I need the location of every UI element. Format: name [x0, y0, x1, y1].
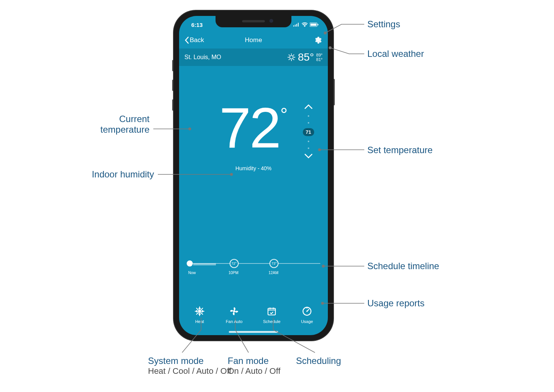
weather-high: 89° [316, 53, 323, 57]
fan-icon [228, 306, 240, 317]
svg-point-14 [306, 310, 308, 312]
svg-rect-9 [318, 24, 318, 25]
gauge-icon [301, 306, 313, 317]
svg-rect-12 [268, 308, 275, 315]
annotation-humidity: Indoor humidity [92, 169, 154, 180]
status-time: 6:13 [191, 22, 203, 28]
chevron-down-icon [304, 154, 313, 159]
weather-low: 81° [316, 57, 323, 62]
timeline-point[interactable]: 72° [230, 259, 239, 268]
schedule-button[interactable]: Schedule [263, 306, 280, 324]
calendar-icon [266, 306, 277, 317]
annotation-scheduling: Scheduling [296, 356, 341, 366]
status-icons [293, 22, 319, 27]
degree-symbol: ° [280, 104, 288, 125]
weather-location: St. Louis, MO [184, 54, 221, 61]
heat-label: Heat [195, 319, 204, 324]
back-button[interactable]: Back [184, 36, 204, 44]
svg-point-11 [233, 310, 235, 312]
annotation-local-weather: Local weather [367, 49, 424, 59]
annotation-settings: Settings [367, 19, 400, 30]
phone-frame: 6:13 Back Home St. Louis, MO 85° [174, 11, 333, 340]
nav-bar: Back Home [179, 32, 328, 49]
svg-rect-8 [310, 24, 316, 26]
gear-icon [313, 35, 323, 44]
fan-mode-button[interactable]: Fan Auto [226, 306, 242, 324]
annotation-system-mode: System mode Heat / Cool / Auto / Off [148, 356, 231, 376]
timeline-point[interactable]: 73° [269, 259, 279, 268]
app-screen: 6:13 Back Home St. Louis, MO 85° [179, 16, 328, 335]
timeline-label: 10PM [228, 271, 238, 275]
annotation-schedule-timeline: Schedule timeline [367, 261, 439, 271]
chevron-up-icon [304, 104, 313, 109]
snowflake-icon [194, 306, 205, 317]
timeline-now-marker[interactable] [187, 260, 193, 267]
set-temperature-badge[interactable]: 71 [303, 128, 314, 136]
timeline-now-label: Now [188, 271, 196, 275]
annotation-usage-reports: Usage reports [367, 298, 425, 309]
usage-button[interactable]: Usage [301, 306, 313, 324]
annotation-current-temp: Current temperature [101, 114, 150, 135]
schedule-timeline[interactable]: 72° 73° Now 10PM 12AM [187, 259, 320, 278]
home-indicator[interactable] [229, 331, 278, 333]
back-label: Back [190, 36, 204, 44]
wifi-icon [302, 22, 308, 27]
settings-button[interactable] [313, 35, 323, 46]
timeline-label: 12AM [269, 271, 279, 275]
phone-notch [216, 16, 291, 27]
temp-up-button[interactable] [304, 104, 313, 111]
current-temperature: 72 [219, 99, 280, 156]
cellular-icon [293, 22, 300, 27]
weather-current-temp: 85° [298, 51, 314, 63]
usage-label: Usage [301, 319, 313, 324]
chevron-left-icon [184, 36, 189, 44]
sun-icon [287, 53, 296, 61]
weather-bar[interactable]: St. Louis, MO 85° 89° 81° [179, 49, 328, 66]
annotation-set-temp: Set temperature [367, 145, 433, 155]
svg-point-10 [290, 55, 293, 59]
nav-title: Home [245, 36, 262, 44]
humidity-label: Humidity - 40% [236, 165, 272, 171]
bottom-nav: Heat Fan Auto Schedule Usage [179, 306, 328, 324]
fan-label: Fan Auto [226, 319, 242, 324]
annotation-fan-mode: Fan mode On / Auto / Off [228, 356, 280, 376]
temp-down-button[interactable] [304, 154, 313, 160]
battery-icon [310, 22, 319, 27]
set-temp-stepper: 71 [303, 104, 314, 160]
schedule-label: Schedule [263, 319, 280, 324]
heat-mode-button[interactable]: Heat [194, 306, 205, 324]
